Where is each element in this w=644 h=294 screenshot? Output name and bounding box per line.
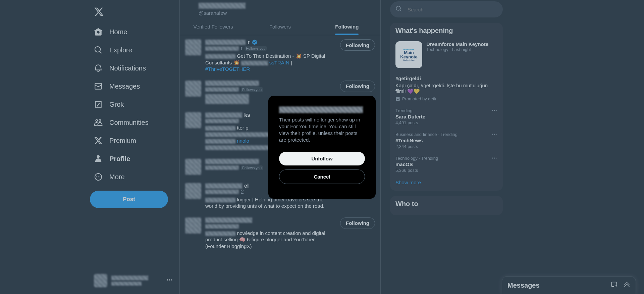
modal-overlay[interactable]: Their posts will no longer show up in yo… xyxy=(0,0,644,294)
unfollow-confirm-modal: Their posts will no longer show up in yo… xyxy=(268,96,376,199)
modal-description: Their posts will no longer show up in yo… xyxy=(279,116,365,144)
modal-title-redacted xyxy=(279,106,363,113)
cancel-button[interactable]: Cancel xyxy=(279,169,365,184)
unfollow-button[interactable]: Unfollow xyxy=(279,152,365,165)
